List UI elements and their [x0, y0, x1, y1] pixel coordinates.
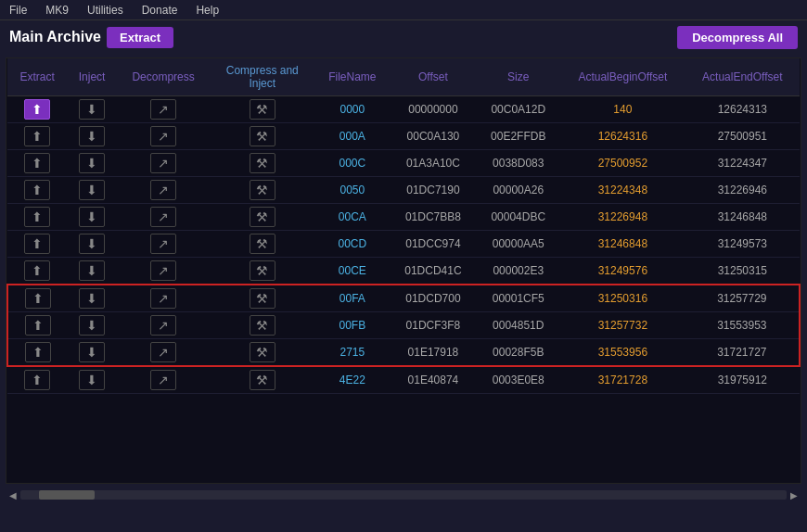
decompress-button[interactable]: ↗	[150, 126, 176, 146]
compress-inject-button[interactable]: ⚒	[250, 342, 275, 362]
offset-cell: 01DCC974	[390, 231, 476, 258]
offset-cell: 01E17918	[390, 339, 476, 367]
decompress-button[interactable]: ↗	[150, 153, 176, 173]
end-offset-cell: 27500951	[685, 123, 800, 150]
extract-cell: ⬆	[7, 339, 67, 367]
extract-button[interactable]: ⬆	[24, 180, 50, 200]
inject-button[interactable]: ⬇	[79, 153, 105, 173]
scrollbar-track[interactable]	[20, 490, 787, 500]
size-cell: 00004DBC	[476, 204, 560, 231]
filename-cell: 00CD	[314, 231, 390, 258]
decompress-button[interactable]: ↗	[150, 315, 176, 336]
table-row[interactable]: ⬆⬇↗⚒4E2201E408740003E0E83172172831975912	[7, 366, 800, 394]
begin-offset-cell: 31226948	[560, 204, 685, 231]
menu-file[interactable]: File	[6, 2, 31, 19]
compress-inject-cell: ⚒	[210, 339, 314, 367]
begin-offset-cell: 140	[560, 96, 685, 123]
extract-button[interactable]: ⬆	[24, 207, 50, 227]
compress-inject-button[interactable]: ⚒	[250, 180, 275, 200]
decompress-cell: ↗	[117, 96, 210, 123]
inject-button[interactable]: ⬇	[79, 180, 105, 200]
extract-cell: ⬆	[7, 258, 67, 285]
inject-button[interactable]: ⬇	[79, 342, 105, 362]
decompress-button[interactable]: ↗	[150, 180, 176, 200]
table-row[interactable]: ⬆⬇↗⚒00CA01DC7BB800004DBC3122694831246848	[7, 204, 800, 231]
decompress-cell: ↗	[117, 312, 210, 339]
inject-button[interactable]: ⬇	[79, 288, 105, 309]
menu-mk9[interactable]: MK9	[42, 2, 72, 19]
extract-button[interactable]: ⬆	[25, 315, 51, 336]
extract-button[interactable]: ⬆	[24, 126, 50, 146]
filename-cell: 00FA	[314, 285, 390, 312]
inject-button[interactable]: ⬇	[79, 370, 105, 390]
compress-inject-button[interactable]: ⚒	[250, 370, 275, 390]
decompress-button[interactable]: ↗	[150, 99, 176, 120]
compress-inject-cell: ⚒	[210, 204, 314, 231]
table-row[interactable]: ⬆⬇↗⚒00000000000000C0A12D14012624313	[7, 96, 800, 123]
table-row[interactable]: ⬆⬇↗⚒00FB01DCF3F80004851D3125773231553953	[7, 312, 800, 339]
table-row[interactable]: ⬆⬇↗⚒271501E1791800028F5B3155395631721727	[7, 339, 800, 367]
size-cell: 00000AA5	[476, 231, 560, 258]
scroll-left-arrow[interactable]: ◀	[6, 490, 20, 500]
decompress-cell: ↗	[117, 366, 210, 394]
offset-cell: 01DCD41C	[390, 258, 476, 285]
extract-button[interactable]: ⬆	[24, 260, 50, 281]
inject-button[interactable]: ⬇	[79, 315, 105, 336]
inject-cell: ⬇	[67, 177, 117, 204]
decompress-cell: ↗	[117, 231, 210, 258]
extract-cell: ⬆	[7, 150, 67, 177]
compress-inject-button[interactable]: ⚒	[250, 234, 275, 254]
extract-button[interactable]: ⬆	[25, 288, 51, 309]
compress-inject-button[interactable]: ⚒	[250, 315, 275, 336]
end-offset-cell: 31250315	[685, 258, 800, 285]
compress-inject-button[interactable]: ⚒	[250, 260, 275, 281]
begin-offset-cell: 12624316	[560, 123, 685, 150]
table-container: Extract Inject Decompress Compress andIn…	[6, 57, 801, 484]
decompress-button[interactable]: ↗	[150, 342, 176, 362]
compress-inject-button[interactable]: ⚒	[250, 153, 275, 173]
inject-button[interactable]: ⬇	[79, 99, 105, 120]
filename-cell: 00FB	[314, 312, 390, 339]
extract-button[interactable]: ⬆	[24, 370, 50, 390]
decompress-button[interactable]: ↗	[150, 207, 176, 227]
extract-button[interactable]: ⬆	[24, 153, 50, 173]
decompress-all-button[interactable]: Decompress All	[677, 26, 798, 49]
compress-inject-button[interactable]: ⚒	[250, 99, 275, 120]
table-row[interactable]: ⬆⬇↗⚒000C01A3A10C0038D0832750095231224347	[7, 150, 800, 177]
extract-cell: ⬆	[7, 312, 67, 339]
end-offset-cell: 31226946	[685, 177, 800, 204]
extract-button[interactable]: ⬆	[25, 342, 51, 362]
decompress-button[interactable]: ↗	[150, 370, 176, 390]
compress-inject-button[interactable]: ⚒	[250, 207, 275, 227]
menu-help[interactable]: Help	[192, 2, 223, 19]
begin-offset-cell: 31250316	[560, 285, 685, 312]
title-left: Main Archive Extract	[9, 27, 173, 48]
extract-button[interactable]: ⬆	[24, 234, 50, 254]
table-row[interactable]: ⬆⬇↗⚒00FA01DCD70000001CF53125031631257729	[7, 285, 800, 312]
inject-button[interactable]: ⬇	[79, 126, 105, 146]
filename-cell: 000A	[314, 123, 390, 150]
table-row[interactable]: ⬆⬇↗⚒00CE01DCD41C000002E33124957631250315	[7, 258, 800, 285]
compress-inject-button[interactable]: ⚒	[250, 288, 275, 309]
col-offset: Offset	[390, 58, 476, 96]
begin-offset-cell: 31224348	[560, 177, 685, 204]
decompress-button[interactable]: ↗	[150, 234, 176, 254]
inject-cell: ⬇	[67, 366, 117, 394]
decompress-cell: ↗	[117, 150, 210, 177]
inject-button[interactable]: ⬇	[79, 260, 105, 281]
inject-button[interactable]: ⬇	[79, 234, 105, 254]
inject-button[interactable]: ⬇	[79, 207, 105, 227]
menu-utilities[interactable]: Utilities	[83, 2, 127, 19]
extract-button[interactable]: ⬆	[24, 99, 50, 120]
table-row[interactable]: ⬆⬇↗⚒00CD01DCC97400000AA53124684831249573	[7, 231, 800, 258]
decompress-button[interactable]: ↗	[150, 260, 176, 281]
compress-inject-button[interactable]: ⚒	[250, 126, 275, 146]
scrollbar-thumb[interactable]	[39, 490, 95, 500]
decompress-button[interactable]: ↗	[150, 288, 176, 309]
scroll-right-arrow[interactable]: ▶	[787, 490, 801, 500]
table-row[interactable]: ⬆⬇↗⚒000A00C0A13000E2FFDB1262431627500951	[7, 123, 800, 150]
compress-inject-cell: ⚒	[210, 312, 314, 339]
inject-cell: ⬇	[67, 339, 117, 367]
table-row[interactable]: ⬆⬇↗⚒005001DC719000000A263122434831226946	[7, 177, 800, 204]
menu-donate[interactable]: Donate	[138, 2, 182, 19]
